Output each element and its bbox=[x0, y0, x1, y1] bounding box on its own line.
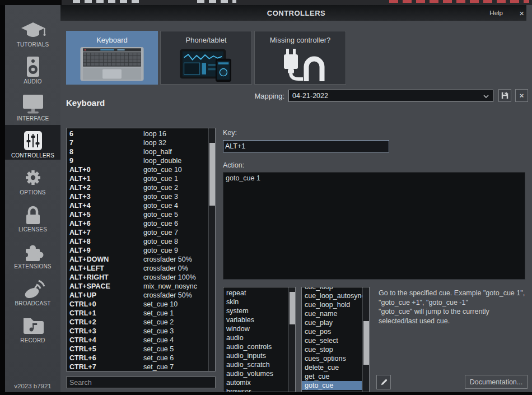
action-list-item[interactable]: cue_play bbox=[302, 318, 362, 327]
app-version: v2023 b7921 bbox=[5, 383, 60, 389]
action-name-list[interactable]: cue_loop cue_loop_autosync cue_loop_hold… bbox=[301, 287, 370, 392]
sidebar-item-controllers[interactable]: CONTROLLERS bbox=[5, 125, 60, 160]
key-list-scrollbar[interactable] bbox=[208, 128, 215, 371]
category-list-item[interactable]: window bbox=[223, 324, 288, 333]
sidebar-item-broadcast[interactable]: BROADCAST bbox=[5, 273, 60, 308]
close-icon[interactable]: × bbox=[519, 9, 524, 17]
category-list-item[interactable]: skin bbox=[223, 298, 288, 306]
category-list-scrollbar[interactable] bbox=[288, 287, 295, 392]
key-cell: ALT+LEFT bbox=[69, 264, 143, 273]
sidebar-item-licenses[interactable]: LICENSES bbox=[5, 199, 60, 234]
satellite-dish-icon bbox=[20, 278, 46, 299]
key-mapping-row[interactable]: ALT+0goto_cue 10 bbox=[67, 165, 208, 174]
key-mapping-row[interactable]: ALT+9goto_cue 9 bbox=[67, 246, 208, 255]
sidebar-item-record[interactable]: RECORD bbox=[5, 310, 60, 345]
scrollbar-thumb[interactable] bbox=[363, 321, 369, 365]
key-mapping-row[interactable]: ALT+LEFTcrossfader 0% bbox=[67, 264, 208, 273]
category-list-item[interactable]: audio_controls bbox=[223, 342, 288, 351]
key-mapping-row[interactable]: ALT+8goto_cue 8 bbox=[67, 237, 208, 246]
action-list-item[interactable]: goto_cue bbox=[302, 381, 362, 390]
category-list-item[interactable]: variables bbox=[223, 315, 288, 324]
key-mapping-row[interactable]: CTRL+5set_cue 5 bbox=[67, 345, 208, 354]
music-folder-icon bbox=[20, 315, 46, 336]
category-list-item[interactable]: system bbox=[223, 306, 288, 315]
key-mapping-row[interactable]: CTRL+0set_cue 10 bbox=[67, 300, 208, 309]
key-mapping-row[interactable]: 7loop 32 bbox=[67, 138, 208, 147]
edit-action-button[interactable] bbox=[376, 375, 391, 389]
action-cell: mix_now_nosync bbox=[143, 282, 197, 290]
action-cell: crossfader 0% bbox=[143, 264, 188, 272]
key-mapping-row[interactable]: CTRL+1set_cue 1 bbox=[67, 309, 208, 318]
category-list-item[interactable]: browser bbox=[223, 387, 288, 392]
tab-missing-controller[interactable]: Missing controller? bbox=[254, 31, 346, 85]
key-mapping-list[interactable]: 6loop 16 7loop 32 8loop_half 9loop_doubl… bbox=[66, 128, 216, 371]
key-input[interactable] bbox=[223, 140, 389, 152]
action-list-scrollbar[interactable] bbox=[362, 287, 369, 392]
action-list-item[interactable]: cue_select bbox=[302, 336, 362, 345]
action-list-item[interactable]: cue_loop_hold bbox=[302, 300, 362, 309]
key-mapping-row[interactable]: ALT+7goto_cue 7 bbox=[67, 228, 208, 237]
background-app-strip bbox=[0, 0, 532, 5]
key-mapping-row[interactable]: ALT+1goto_cue 1 bbox=[67, 174, 208, 183]
key-cell: ALT+1 bbox=[69, 174, 143, 183]
key-mapping-row[interactable]: CTRL+4set_cue 4 bbox=[67, 336, 208, 345]
action-list-item[interactable]: cue_pos bbox=[302, 327, 362, 336]
key-cell: ALT+UP bbox=[69, 291, 143, 300]
action-cell: set_cue 2 bbox=[143, 318, 174, 326]
help-button[interactable]: Help bbox=[489, 10, 503, 16]
action-list-item[interactable]: delete_cue bbox=[302, 363, 362, 372]
category-list-item[interactable]: audio_scratch bbox=[223, 360, 288, 369]
scrollbar-thumb[interactable] bbox=[209, 143, 215, 206]
key-mapping-row[interactable]: ALT+4goto_cue 4 bbox=[67, 201, 208, 210]
sidebar-item-interface[interactable]: INTERFACE bbox=[5, 88, 60, 123]
key-mapping-row[interactable]: ALT+SPACEmix_now_nosync bbox=[67, 282, 208, 291]
controllers-panel: CONTROLLERS Help × Keyboard bbox=[60, 5, 532, 392]
action-cell: goto_cue 2 bbox=[143, 184, 178, 192]
mapping-dropdown[interactable]: 04-21-2022 bbox=[288, 90, 493, 102]
sidebar-item-tutorials[interactable]: TUTORIALS bbox=[5, 14, 60, 49]
category-list-item[interactable]: audio_inputs bbox=[223, 351, 288, 360]
key-mapping-row[interactable]: CTRL+3set_cue 3 bbox=[67, 327, 208, 336]
section-title: Keyboard bbox=[66, 98, 105, 108]
action-list-item[interactable]: cue_loop bbox=[302, 287, 362, 291]
category-list-item[interactable]: audio_volumes bbox=[223, 369, 288, 378]
sidebar-item-extensions[interactable]: EXTENSIONS bbox=[5, 236, 60, 271]
category-list-item[interactable]: repeat bbox=[223, 289, 288, 298]
key-mapping-row[interactable]: 6loop 16 bbox=[67, 129, 208, 138]
category-list-item[interactable]: automix bbox=[223, 378, 288, 387]
save-mapping-button[interactable] bbox=[498, 89, 511, 102]
key-mapping-row[interactable]: ALT+RIGHTcrossfader 100% bbox=[67, 273, 208, 282]
search-input[interactable] bbox=[66, 377, 216, 388]
key-mapping-row[interactable]: CTRL+2set_cue 2 bbox=[67, 318, 208, 327]
action-cell: crossfader 50% bbox=[143, 291, 192, 299]
action-input[interactable]: goto_cue 1 bbox=[223, 172, 525, 280]
scrollbar-thumb[interactable] bbox=[290, 292, 295, 324]
action-list-item[interactable]: cue_name bbox=[302, 309, 362, 318]
key-mapping-row[interactable]: ALT+6goto_cue 6 bbox=[67, 219, 208, 228]
key-mapping-row[interactable]: ALT+DOWNcrossfader 50% bbox=[67, 255, 208, 264]
sidebar-item-options[interactable]: OPTIONS bbox=[5, 162, 60, 197]
key-mapping-row[interactable]: 9loop_double bbox=[67, 156, 208, 165]
key-mapping-row[interactable]: ALT+UPcrossfader 50% bbox=[67, 291, 208, 300]
tab-keyboard[interactable]: Keyboard bbox=[66, 31, 158, 85]
key-mapping-row[interactable]: ALT+3goto_cue 3 bbox=[67, 192, 208, 201]
key-cell: CTRL+7 bbox=[69, 363, 143, 371]
delete-mapping-button[interactable]: × bbox=[515, 89, 528, 102]
key-mapping-row[interactable]: 8loop_half bbox=[67, 147, 208, 156]
key-cell: CTRL+0 bbox=[69, 300, 143, 309]
key-mapping-row[interactable]: ALT+5goto_cue 5 bbox=[67, 210, 208, 219]
category-list-item[interactable]: audio bbox=[223, 333, 288, 342]
sidebar-item-audio[interactable]: AUDIO bbox=[5, 51, 60, 86]
action-list-item[interactable]: get_cue bbox=[302, 372, 362, 381]
action-description: Go to the specified cue. Example "goto_c… bbox=[379, 289, 529, 326]
action-cell: set_cue 5 bbox=[143, 345, 174, 353]
tab-phone-tablet[interactable]: Phone/tablet bbox=[160, 31, 252, 85]
action-category-list[interactable]: repeat skin system variables window audi… bbox=[223, 287, 296, 392]
key-mapping-row[interactable]: CTRL+7set_cue 7 bbox=[67, 363, 208, 371]
action-list-item[interactable]: cues_options bbox=[302, 354, 362, 363]
action-list-item[interactable]: cue_loop_autosync bbox=[302, 291, 362, 300]
action-list-item[interactable]: cue_stop bbox=[302, 345, 362, 354]
key-mapping-row[interactable]: ALT+2goto_cue 2 bbox=[67, 183, 208, 192]
documentation-button[interactable]: Documentation... bbox=[465, 375, 528, 389]
key-mapping-row[interactable]: CTRL+6set_cue 6 bbox=[67, 354, 208, 363]
